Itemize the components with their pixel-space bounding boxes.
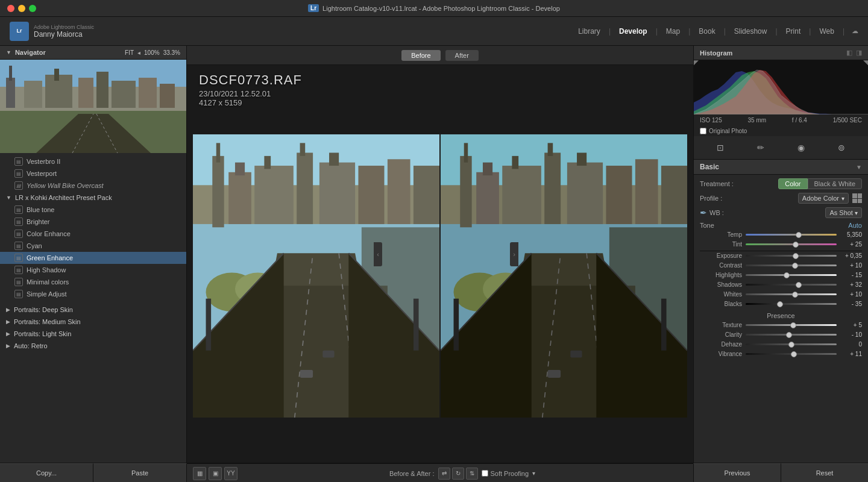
loupe-view-btn[interactable]: ▣ — [209, 467, 222, 480]
soft-proofing-toggle[interactable]: Soft Proofing — [482, 470, 529, 477]
preset-yellow-wall[interactable]: ▤ Yellow Wall Bike Overcast — [0, 180, 186, 192]
clarity-thumb[interactable] — [786, 332, 792, 338]
right-panel-collapse[interactable]: › — [510, 242, 518, 266]
copy-button[interactable]: Copy... — [0, 463, 93, 482]
soft-proof-checkbox[interactable] — [482, 470, 488, 477]
preset-cyan[interactable]: ▤ Cyan — [0, 240, 186, 252]
nav-book[interactable]: Book — [693, 25, 721, 38]
eyedropper-icon[interactable]: ✒ — [700, 208, 707, 218]
nav-slideshow[interactable]: Slideshow — [728, 25, 773, 38]
hist-clip-highlight[interactable]: ◨ — [856, 49, 862, 57]
preset-group-portraits-deep[interactable]: ▶ Portraits: Deep Skin — [0, 304, 186, 316]
before-btn[interactable]: Before — [401, 50, 440, 61]
basic-panel-header[interactable]: Basic ▼ — [694, 160, 868, 175]
blacks-thumb[interactable] — [777, 301, 783, 307]
masking-tool[interactable]: ⊚ — [834, 140, 849, 155]
minimize-button[interactable] — [18, 5, 25, 12]
zoom-33[interactable]: 33.3% — [163, 49, 180, 56]
dehaze-slider-row: Dehaze 0 — [700, 341, 862, 348]
preset-group-auto-retro[interactable]: ▶ Auto: Retro — [0, 340, 186, 352]
cloud-icon[interactable]: ☁ — [852, 27, 858, 35]
whites-track[interactable] — [746, 293, 837, 295]
crop-tool[interactable]: ⊡ — [712, 140, 728, 155]
texture-track[interactable] — [746, 324, 837, 326]
contrast-thumb[interactable] — [792, 263, 798, 269]
temp-thumb[interactable] — [796, 232, 802, 238]
nav-print[interactable]: Print — [780, 25, 807, 38]
whites-thumb[interactable] — [792, 292, 798, 298]
reset-button[interactable]: Reset — [781, 463, 868, 482]
clarity-track[interactable] — [746, 334, 837, 336]
original-photo-checkbox[interactable] — [700, 128, 706, 134]
hist-clip-shadow[interactable]: ◧ — [846, 49, 852, 57]
fit-label[interactable]: FIT — [125, 49, 134, 56]
preset-group-portraits-medium[interactable]: ▶ Portraits: Medium Skin — [0, 316, 186, 328]
color-treatment-btn[interactable]: Color — [778, 178, 807, 189]
auto-button[interactable]: Auto — [848, 222, 862, 229]
nav-map[interactable]: Map — [660, 25, 686, 38]
heal-tool[interactable]: ✏ — [753, 140, 769, 155]
navigator-header[interactable]: ▼ Navigator FIT ◂ 100% 33.3% — [0, 46, 186, 60]
soft-proof-dropdown[interactable]: ▾ — [532, 470, 535, 477]
left-panel-collapse[interactable]: ‹ — [374, 242, 382, 266]
tint-thumb[interactable] — [793, 242, 799, 248]
exposure-slider-row: Exposure + 0,35 — [700, 252, 862, 259]
maximize-button[interactable] — [29, 5, 36, 12]
dehaze-track[interactable] — [746, 343, 837, 345]
texture-thumb[interactable] — [790, 322, 796, 328]
after-city-svg — [441, 134, 687, 418]
nav-develop[interactable]: Develop — [613, 25, 653, 38]
temp-slider-row: Temp 5,350 — [700, 231, 862, 238]
redeye-tool[interactable]: ◉ — [793, 140, 809, 155]
preset-vesterport[interactable]: ▤ Vesterport — [0, 167, 186, 180]
svg-rect-22 — [216, 143, 220, 162]
nav-library[interactable]: Library — [572, 25, 606, 38]
contrast-track[interactable] — [746, 264, 837, 266]
preset-blue-tone[interactable]: ▤ Blue tone — [0, 204, 186, 216]
compare-view-btn[interactable]: YY — [224, 467, 237, 480]
preset-brighter[interactable]: ▤ Brighter — [0, 216, 186, 228]
paste-button[interactable]: Paste — [93, 463, 187, 482]
navigator-collapse-arrow[interactable]: ▼ — [6, 49, 11, 55]
vibrance-thumb[interactable] — [791, 351, 797, 357]
highlights-track[interactable] — [746, 274, 837, 276]
blacks-track[interactable] — [746, 303, 837, 305]
after-btn[interactable]: After — [445, 50, 479, 61]
preset-color-enhance[interactable]: ▤ Color Enhance — [0, 228, 186, 240]
dehaze-thumb[interactable] — [788, 342, 794, 348]
highlights-thumb[interactable] — [784, 272, 790, 278]
close-button[interactable] — [7, 5, 14, 12]
previous-button[interactable]: Previous — [693, 463, 781, 482]
preset-minimal-colors[interactable]: ▤ Minimal colors — [0, 276, 186, 288]
window-controls[interactable] — [7, 5, 36, 12]
preset-group-portraits-light[interactable]: ▶ Portraits: Light Skin — [0, 328, 186, 340]
profile-browse-icon[interactable] — [852, 193, 862, 203]
preset-green-enhance[interactable]: ▤ Green Enhance — [0, 252, 186, 264]
exposure-track[interactable] — [746, 255, 837, 257]
basic-panel-toggle[interactable]: ▼ — [856, 164, 862, 171]
shadows-track[interactable] — [746, 284, 837, 286]
bw-treatment-btn[interactable]: Black & White — [808, 178, 862, 189]
preset-simple-adjust[interactable]: ▤ Simple Adjust — [0, 288, 186, 300]
preset-high-shadow[interactable]: ▤ High Shadow — [0, 264, 186, 276]
preset-vesterbro2[interactable]: ▤ Vesterbro II — [0, 155, 186, 167]
shadows-thumb[interactable] — [796, 282, 802, 288]
zoom-100[interactable]: 100% — [144, 49, 160, 56]
swap-before-after[interactable]: ↻ — [452, 468, 464, 480]
profile-select[interactable]: Adobe Color ▾ — [798, 193, 849, 204]
exposure-thumb[interactable] — [793, 253, 799, 259]
basic-panel-content: Treatment : Color Black & White Profile … — [694, 175, 868, 364]
copy-settings-back[interactable]: ⇅ — [466, 468, 478, 480]
copy-settings-forward[interactable]: ⇄ — [438, 468, 450, 480]
nav-web[interactable]: Web — [813, 25, 840, 38]
before-city-svg — [193, 134, 439, 418]
tint-track[interactable] — [746, 243, 837, 245]
vibrance-track[interactable] — [746, 353, 837, 355]
svg-rect-54 — [464, 143, 468, 162]
preset-group-kohki[interactable]: ▼ LR x Kohki Architect Preset Pack — [0, 192, 186, 204]
aperture-value: f / 6.4 — [792, 117, 807, 124]
grid-view-btn[interactable]: ▦ — [193, 467, 206, 480]
shadows-slider-row: Shadows + 32 — [700, 281, 862, 288]
wb-select[interactable]: As Shot ▾ — [825, 207, 862, 218]
temp-track[interactable] — [746, 234, 837, 236]
